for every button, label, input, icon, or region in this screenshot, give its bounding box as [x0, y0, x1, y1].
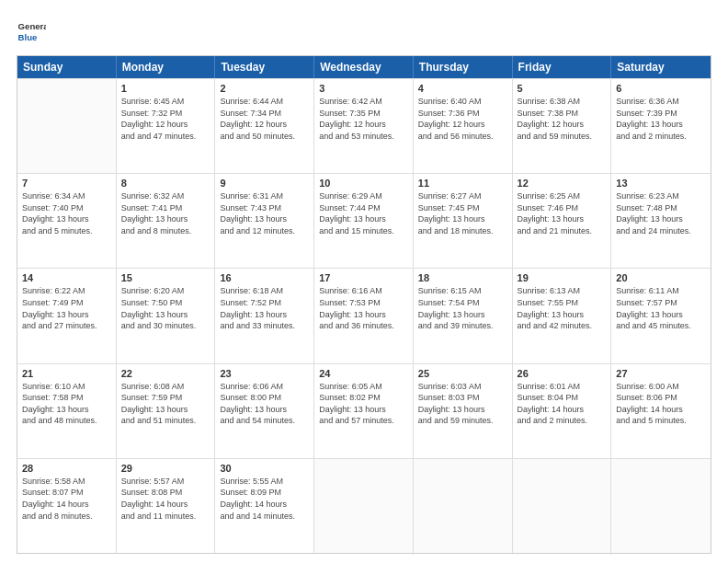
calendar-header: SundayMondayTuesdayWednesdayThursdayFrid… — [17, 56, 711, 78]
sunset-text: Sunset: 7:53 PM — [319, 297, 408, 309]
daylight-text-cont: and and 14 minutes. — [220, 511, 309, 523]
calendar-body: 1Sunrise: 6:45 AMSunset: 7:32 PMDaylight… — [17, 78, 711, 553]
cal-cell: 25Sunrise: 6:03 AMSunset: 8:03 PMDayligh… — [414, 364, 513, 458]
sunrise-text: Sunrise: 6:25 AM — [518, 190, 607, 202]
sunset-text: Sunset: 8:09 PM — [220, 487, 309, 499]
daylight-text-cont: and and 39 minutes. — [418, 320, 507, 332]
cal-cell: 10Sunrise: 6:29 AMSunset: 7:44 PMDayligh… — [314, 174, 414, 268]
daylight-text: Daylight: 14 hours — [616, 404, 706, 416]
day-number: 18 — [418, 272, 507, 283]
cal-cell: 5Sunrise: 6:38 AMSunset: 7:38 PMDaylight… — [513, 79, 612, 173]
sunset-text: Sunset: 7:59 PM — [121, 392, 210, 404]
sunrise-text: Sunrise: 6:18 AM — [220, 285, 309, 297]
sunrise-text: Sunrise: 6:27 AM — [418, 190, 507, 202]
sunset-text: Sunset: 7:36 PM — [418, 108, 507, 120]
day-number: 25 — [418, 368, 507, 379]
day-number: 13 — [616, 178, 706, 189]
daylight-text: Daylight: 13 hours — [319, 213, 408, 225]
cal-cell: 19Sunrise: 6:13 AMSunset: 7:55 PMDayligh… — [513, 269, 612, 362]
logo: General Blue — [17, 17, 46, 46]
sunset-text: Sunset: 7:50 PM — [121, 297, 210, 309]
day-number: 19 — [518, 272, 607, 283]
sunset-text: Sunset: 7:58 PM — [22, 392, 111, 404]
day-number: 11 — [418, 178, 507, 189]
sunset-text: Sunset: 7:43 PM — [220, 202, 309, 214]
daylight-text-cont: and and 21 minutes. — [518, 225, 607, 237]
daylight-text: Daylight: 13 hours — [616, 119, 706, 131]
daylight-text-cont: and and 27 minutes. — [22, 320, 111, 332]
daylight-text: Daylight: 13 hours — [220, 404, 309, 416]
daylight-text-cont: and and 5 minutes. — [616, 415, 706, 427]
cal-cell — [414, 459, 513, 553]
sunrise-text: Sunrise: 6:13 AM — [518, 285, 607, 297]
day-number: 7 — [22, 178, 111, 189]
cal-cell: 30Sunrise: 5:55 AMSunset: 8:09 PMDayligh… — [215, 459, 314, 553]
day-number: 23 — [220, 368, 309, 379]
daylight-text-cont: and and 59 minutes. — [518, 131, 607, 143]
day-header-thursday: Thursday — [414, 56, 513, 78]
daylight-text: Daylight: 13 hours — [319, 309, 408, 321]
daylight-text-cont: and and 30 minutes. — [121, 320, 210, 332]
cal-cell: 15Sunrise: 6:20 AMSunset: 7:50 PMDayligh… — [117, 269, 216, 362]
sunset-text: Sunset: 7:39 PM — [616, 108, 706, 120]
day-number: 22 — [121, 368, 210, 379]
day-number: 27 — [616, 368, 706, 379]
sunset-text: Sunset: 7:45 PM — [418, 202, 507, 214]
day-number: 20 — [616, 272, 706, 283]
sunrise-text: Sunrise: 6:00 AM — [616, 381, 706, 393]
sunrise-text: Sunrise: 5:57 AM — [121, 476, 210, 488]
sunrise-text: Sunrise: 6:15 AM — [418, 285, 507, 297]
day-number: 16 — [220, 272, 309, 283]
daylight-text-cont: and and 24 minutes. — [616, 225, 706, 237]
sunset-text: Sunset: 7:38 PM — [518, 108, 607, 120]
day-number: 12 — [518, 178, 607, 189]
cal-cell: 8Sunrise: 6:32 AMSunset: 7:41 PMDaylight… — [117, 174, 216, 268]
sunrise-text: Sunrise: 6:32 AM — [121, 190, 210, 202]
header: General Blue — [17, 17, 711, 46]
sunset-text: Sunset: 8:03 PM — [418, 392, 507, 404]
sunset-text: Sunset: 8:07 PM — [22, 487, 111, 499]
sunset-text: Sunset: 7:41 PM — [121, 202, 210, 214]
sunrise-text: Sunrise: 6:03 AM — [418, 381, 507, 393]
cal-cell: 18Sunrise: 6:15 AMSunset: 7:54 PMDayligh… — [414, 269, 513, 362]
sunset-text: Sunset: 7:35 PM — [319, 108, 408, 120]
calendar: SundayMondayTuesdayWednesdayThursdayFrid… — [17, 55, 711, 554]
daylight-text: Daylight: 14 hours — [220, 499, 309, 511]
week-row-2: 7Sunrise: 6:34 AMSunset: 7:40 PMDaylight… — [17, 173, 711, 268]
page: General Blue SundayMondayTuesdayWednesda… — [0, 0, 728, 563]
sunrise-text: Sunrise: 5:55 AM — [220, 476, 309, 488]
sunset-text: Sunset: 8:00 PM — [220, 392, 309, 404]
cal-cell: 4Sunrise: 6:40 AMSunset: 7:36 PMDaylight… — [414, 79, 513, 173]
sunset-text: Sunset: 7:40 PM — [22, 202, 111, 214]
daylight-text: Daylight: 12 hours — [319, 119, 408, 131]
sunrise-text: Sunrise: 6:44 AM — [220, 96, 309, 108]
svg-text:Blue: Blue — [18, 32, 38, 42]
daylight-text: Daylight: 14 hours — [22, 499, 111, 511]
day-header-wednesday: Wednesday — [314, 56, 414, 78]
cal-cell: 13Sunrise: 6:23 AMSunset: 7:48 PMDayligh… — [611, 174, 711, 268]
sunset-text: Sunset: 7:44 PM — [319, 202, 408, 214]
sunset-text: Sunset: 7:54 PM — [418, 297, 507, 309]
day-number: 8 — [121, 178, 210, 189]
day-number: 14 — [22, 272, 111, 283]
cal-cell — [611, 459, 711, 553]
svg-text:General: General — [18, 21, 46, 31]
cal-cell: 23Sunrise: 6:06 AMSunset: 8:00 PMDayligh… — [215, 364, 314, 458]
sunrise-text: Sunrise: 6:10 AM — [22, 381, 111, 393]
daylight-text-cont: and and 57 minutes. — [319, 415, 408, 427]
cal-cell: 1Sunrise: 6:45 AMSunset: 7:32 PMDaylight… — [117, 79, 216, 173]
daylight-text: Daylight: 13 hours — [418, 309, 507, 321]
daylight-text-cont: and and 11 minutes. — [121, 511, 210, 523]
day-header-tuesday: Tuesday — [215, 56, 314, 78]
cal-cell: 27Sunrise: 6:00 AMSunset: 8:06 PMDayligh… — [611, 364, 711, 458]
sunrise-text: Sunrise: 6:31 AM — [220, 190, 309, 202]
cal-cell: 22Sunrise: 6:08 AMSunset: 7:59 PMDayligh… — [117, 364, 216, 458]
daylight-text: Daylight: 13 hours — [616, 309, 706, 321]
daylight-text-cont: and and 8 minutes. — [121, 225, 210, 237]
daylight-text: Daylight: 12 hours — [518, 119, 607, 131]
daylight-text: Daylight: 13 hours — [518, 309, 607, 321]
daylight-text-cont: and and 45 minutes. — [616, 320, 706, 332]
sunrise-text: Sunrise: 6:42 AM — [319, 96, 408, 108]
cal-cell: 9Sunrise: 6:31 AMSunset: 7:43 PMDaylight… — [215, 174, 314, 268]
cal-cell — [314, 459, 414, 553]
